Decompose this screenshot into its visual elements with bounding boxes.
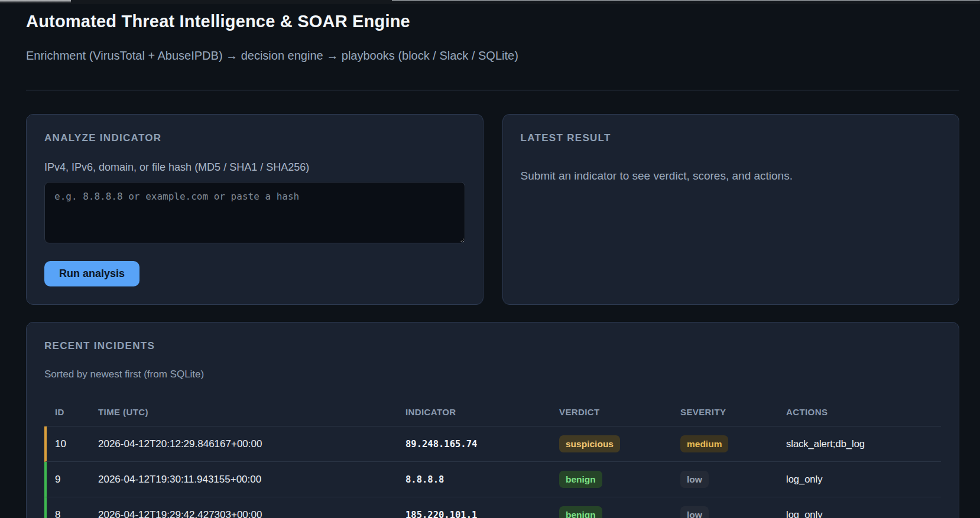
incidents-heading: RECENT INCIDENTS xyxy=(44,340,941,352)
indicator-input-label: IPv4, IPv6, domain, or file hash (MD5 / … xyxy=(44,159,465,175)
header-divider xyxy=(26,90,959,90)
row-id: 9 xyxy=(47,474,98,486)
verdict-badge: benign xyxy=(559,506,602,518)
column-header-id: ID xyxy=(47,407,98,417)
severity-badge: low xyxy=(680,506,709,518)
table-row: 10 2026-04-12T20:12:29.846167+00:00 89.2… xyxy=(44,426,941,462)
row-actions: slack_alert;db_log xyxy=(786,438,941,449)
page-title: Automated Threat Intelligence & SOAR Eng… xyxy=(26,8,959,34)
latest-result-empty-text: Submit an indicator to see verdict, scor… xyxy=(521,168,942,184)
column-header-verdict: VERDICT xyxy=(559,407,680,417)
table-header: ID TIME (UTC) INDICATOR VERDICT SEVERITY… xyxy=(44,398,941,426)
incidents-table: ID TIME (UTC) INDICATOR VERDICT SEVERITY… xyxy=(44,398,941,518)
column-header-severity: SEVERITY xyxy=(680,407,786,417)
recent-incidents-card: RECENT INCIDENTS Sorted by newest first … xyxy=(26,322,959,518)
latest-result-card: LATEST RESULT Submit an indicator to see… xyxy=(502,114,960,305)
row-time: 2026-04-12T19:30:11.943155+00:00 xyxy=(98,474,405,486)
row-actions: log_only xyxy=(786,474,941,485)
column-header-actions: ACTIONS xyxy=(786,407,941,417)
severity-badge: medium xyxy=(680,435,728,452)
row-time: 2026-04-12T20:12:29.846167+00:00 xyxy=(98,438,405,450)
row-indicator: 89.248.165.74 xyxy=(405,439,559,449)
incidents-subtitle: Sorted by newest first (from SQLite) xyxy=(44,367,941,382)
window-edge-artifact xyxy=(0,0,980,4)
row-indicator: 8.8.8.8 xyxy=(405,474,559,485)
row-actions: log_only xyxy=(786,509,941,518)
row-indicator: 185.220.101.1 xyxy=(405,510,559,518)
column-header-indicator: INDICATOR xyxy=(405,407,559,417)
latest-result-heading: LATEST RESULT xyxy=(521,132,942,144)
verdict-badge: suspicious xyxy=(559,435,620,452)
run-analysis-button[interactable]: Run analysis xyxy=(44,261,139,286)
incidents-table-body: 10 2026-04-12T20:12:29.846167+00:00 89.2… xyxy=(44,426,941,518)
table-row: 9 2026-04-12T19:30:11.943155+00:00 8.8.8… xyxy=(44,462,941,497)
top-cards-row: ANALYZE INDICATOR IPv4, IPv6, domain, or… xyxy=(26,114,959,303)
row-id: 8 xyxy=(47,509,98,518)
severity-badge: low xyxy=(680,471,709,488)
table-row: 8 2026-04-12T19:29:42.427303+00:00 185.2… xyxy=(44,497,941,518)
verdict-badge: benign xyxy=(559,471,602,488)
analyze-heading: ANALYZE INDICATOR xyxy=(44,132,465,144)
dashboard-page: Automated Threat Intelligence & SOAR Eng… xyxy=(0,8,980,518)
indicator-input[interactable] xyxy=(44,182,465,243)
row-id: 10 xyxy=(47,438,98,450)
page-subtitle: Enrichment (VirusTotal + AbuseIPDB) → de… xyxy=(26,47,959,64)
row-time: 2026-04-12T19:29:42.427303+00:00 xyxy=(98,509,405,518)
analyze-indicator-card: ANALYZE INDICATOR IPv4, IPv6, domain, or… xyxy=(26,114,483,305)
column-header-time: TIME (UTC) xyxy=(98,407,405,417)
